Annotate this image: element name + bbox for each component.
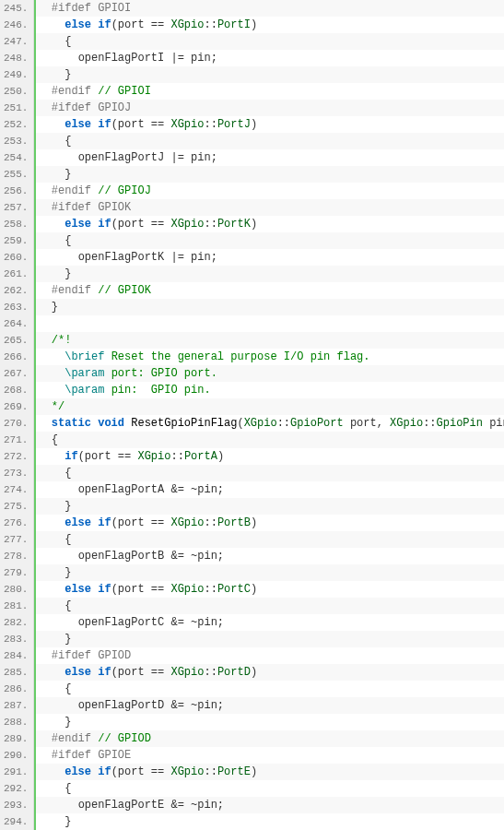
code-token: #ifdef xyxy=(52,101,91,114)
code-line: else if(port == XGpio::PortK) xyxy=(36,216,504,232)
code-token: ) xyxy=(251,765,257,778)
code-token: else if xyxy=(64,666,111,679)
line-number: 272. xyxy=(0,448,33,465)
code-token: static void xyxy=(52,417,124,430)
code-token: PortJ xyxy=(217,118,251,131)
code-token: PortC xyxy=(217,583,251,596)
code-token: if xyxy=(64,450,77,463)
code-token: #endif xyxy=(52,732,91,745)
code-token: } xyxy=(64,168,71,181)
code-token: XGpio xyxy=(131,450,170,463)
code-line: openFlagPortB &= ~pin; xyxy=(36,548,504,564)
line-number: 254. xyxy=(0,149,33,166)
line-number: 273. xyxy=(0,465,33,481)
line-number: 293. xyxy=(0,797,33,813)
line-number: 255. xyxy=(0,166,33,183)
line-number: 279. xyxy=(0,564,33,581)
code-token: &= xyxy=(170,699,183,712)
line-number: 292. xyxy=(0,780,33,797)
line-number: 274. xyxy=(0,481,33,498)
line-number: 284. xyxy=(0,647,33,664)
code-line: #endif // GPIOJ xyxy=(36,183,504,199)
code-token: ResetGpioPinFlag xyxy=(124,417,237,430)
code-token: } xyxy=(52,301,58,314)
code-token: port xyxy=(118,118,151,131)
code-token: port xyxy=(118,18,151,31)
line-number: 285. xyxy=(0,664,33,681)
code-token: ( xyxy=(78,450,85,463)
code-token: /*! xyxy=(52,334,72,347)
line-number: 247. xyxy=(0,33,33,50)
line-number: 283. xyxy=(0,631,33,647)
code-token: :: xyxy=(170,450,183,463)
code-token: port xyxy=(118,583,151,596)
line-number-gutter: 245.246.247.248.249.250.251.252.253.254.… xyxy=(0,0,34,830)
code-token: :: xyxy=(204,583,217,596)
code-token: &= xyxy=(170,799,183,812)
code-line: { xyxy=(36,232,504,249)
line-number: 267. xyxy=(0,365,33,382)
code-token: #endif xyxy=(52,284,91,297)
line-number: 256. xyxy=(0,183,33,199)
code-token: { xyxy=(52,433,58,446)
code-token: else if xyxy=(64,18,111,31)
code-token: ~pin; xyxy=(184,799,224,812)
code-token: openFlagPortB xyxy=(78,550,171,563)
code-line: openFlagPortD &= ~pin; xyxy=(36,697,504,714)
code-line: } xyxy=(36,631,504,647)
code-token: else if xyxy=(64,583,111,596)
line-number: 291. xyxy=(0,764,33,780)
code-token: ( xyxy=(111,666,118,679)
code-token: port xyxy=(85,450,118,463)
code-token: #ifdef xyxy=(52,749,91,762)
line-number: 270. xyxy=(0,415,33,432)
code-line: else if(port == XGpio::PortC) xyxy=(36,581,504,598)
code-token: } xyxy=(64,68,71,81)
code-token: pin: GPIO pin. xyxy=(104,384,210,397)
code-token: { xyxy=(64,135,71,148)
code-token: GPIOI xyxy=(91,2,131,15)
code-token: else if xyxy=(64,516,111,529)
code-line: openFlagPortK |= pin; xyxy=(36,249,504,266)
code-token: port xyxy=(118,218,151,231)
code-token: PortK xyxy=(217,218,251,231)
code-token: } xyxy=(64,716,71,729)
line-number: 261. xyxy=(0,266,33,282)
code-token: :: xyxy=(204,765,217,778)
code-token: else if xyxy=(64,765,111,778)
code-token: port: GPIO port. xyxy=(104,367,217,380)
code-token: &= xyxy=(170,483,183,496)
code-token: #endif xyxy=(52,85,91,98)
line-number: 259. xyxy=(0,232,33,249)
line-number: 245. xyxy=(0,0,33,17)
code-token: ( xyxy=(111,18,118,31)
code-token: ) xyxy=(251,666,257,679)
line-number: 294. xyxy=(0,813,33,830)
code-token: #ifdef xyxy=(52,2,91,15)
code-line: else if(port == XGpio::PortB) xyxy=(36,515,504,531)
code-token: XGpio xyxy=(164,583,204,596)
code-token: openFlagPortE xyxy=(78,799,171,812)
code-token: &= xyxy=(170,550,183,563)
code-token: else if xyxy=(64,218,111,231)
code-token: ~pin; xyxy=(184,483,224,496)
code-token: ) xyxy=(251,218,257,231)
code-token: { xyxy=(64,782,71,795)
code-token: ~pin; xyxy=(184,616,224,629)
code-line: } xyxy=(36,66,504,83)
line-number: 287. xyxy=(0,697,33,714)
code-token: pin; xyxy=(184,151,217,164)
code-token: { xyxy=(64,599,71,612)
line-number: 275. xyxy=(0,498,33,515)
line-number: 250. xyxy=(0,83,33,100)
code-line: openFlagPortC &= ~pin; xyxy=(36,614,504,631)
code-token: XGpio xyxy=(244,417,277,430)
code-line: { xyxy=(36,432,504,448)
line-number: 278. xyxy=(0,548,33,564)
code-token: GPIOD xyxy=(91,649,131,662)
code-line: #endif // GPIOK xyxy=(36,282,504,299)
line-number: 263. xyxy=(0,299,33,315)
code-token: :: xyxy=(204,118,217,131)
code-line: #ifdef GPIOK xyxy=(36,199,504,216)
line-number: 277. xyxy=(0,531,33,548)
